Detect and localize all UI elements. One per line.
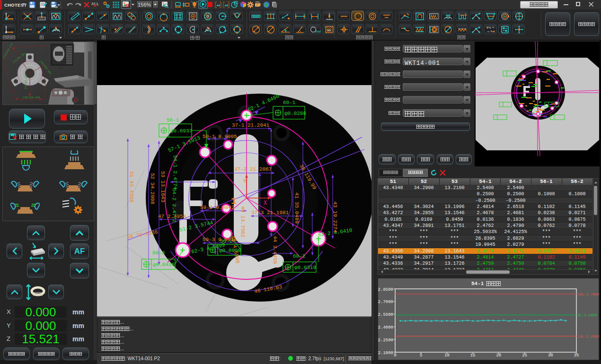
svg-text:φ0.0319: φ0.0319 — [294, 265, 316, 270]
svg-text:53 13.1643: 53 13.1643 — [160, 171, 166, 202]
svg-text:X: X — [264, 200, 267, 207]
svg-text:φ0.0937: φ0.0937 — [170, 128, 192, 134]
svg-text:47 2.4954: 47 2.4954 — [158, 214, 186, 219]
svg-text:37-3 21.1981: 37-3 21.1981 — [251, 210, 289, 216]
svg-text:2.7000: 2.7000 — [378, 300, 393, 304]
svg-text:LSL:2.2900: LSL:2.2900 — [578, 335, 599, 338]
svg-text:φ0.0286: φ0.0286 — [284, 111, 306, 116]
svg-text:Y: Y — [243, 178, 247, 185]
svg-text:2.5500: 2.5500 — [378, 312, 393, 317]
svg-text:2.2500: 2.2500 — [378, 338, 393, 343]
svg-text:60-3: 60-3 — [152, 250, 165, 256]
svg-text:51 43.4350: 51 43.4350 — [129, 171, 134, 202]
svg-text:43 19.2274: 43 19.2274 — [332, 201, 338, 233]
svg-text:SL:2.5400: SL:2.5400 — [578, 313, 597, 317]
svg-text:[40]98.752: [40]98.752 — [24, 74, 28, 89]
svg-text:2.4000: 2.4000 — [378, 325, 393, 330]
svg-text:[30]120.940: [30]120.940 — [23, 96, 40, 99]
svg-text:2.8500: 2.8500 — [378, 287, 393, 292]
svg-text:44 3.4459: 44 3.4459 — [272, 236, 278, 264]
svg-text:mm: mm — [315, 29, 321, 34]
svg-text:φ0.0435: φ0.0435 — [153, 262, 175, 268]
svg-text:56-1: 56-1 — [167, 117, 179, 123]
svg-text:37-1 21.2041: 37-1 21.2041 — [232, 122, 270, 128]
svg-text:59-2 9.9842: 59-2 9.9842 — [200, 205, 235, 210]
svg-text:37-2 21.2067: 37-2 21.2067 — [234, 166, 272, 172]
svg-text:USL:2.7900: USL:2.7900 — [578, 293, 599, 296]
svg-text:59-1 9.9905: 59-1 9.9905 — [203, 134, 237, 139]
svg-text:aa: aa — [327, 28, 331, 32]
svg-text:49 13.7562: 49 13.7562 — [240, 206, 246, 237]
svg-text:54-1: 54-1 — [471, 281, 484, 286]
svg-text:2.1000: 2.1000 — [378, 351, 393, 355]
svg-text:60-2: 60-2 — [293, 253, 305, 259]
svg-text:52 34.2908: 52 34.2908 — [150, 173, 155, 204]
svg-text:60-1: 60-1 — [283, 100, 296, 105]
svg-text:8: 8 — [285, 29, 287, 32]
svg-text:54-1 2.4774: 54-1 2.4774 — [172, 155, 178, 190]
svg-text:41 35.0489: 41 35.0489 — [294, 192, 300, 224]
